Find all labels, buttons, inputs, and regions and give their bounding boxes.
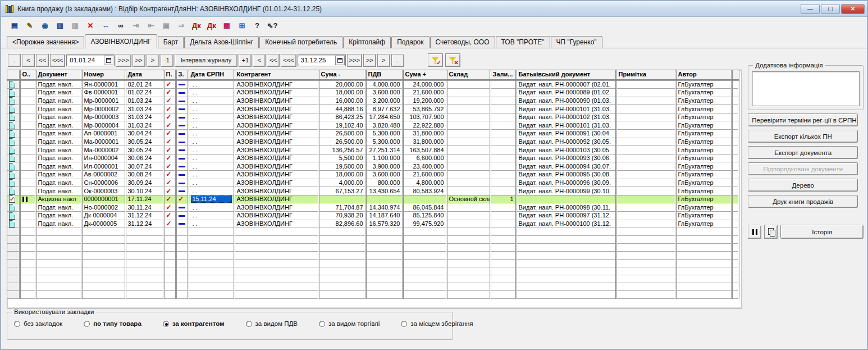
date-nav-button[interactable]: < — [22, 54, 35, 67]
tab-tov-prote[interactable]: ТОВ "ПРОТЕ" — [496, 36, 550, 48]
column-header[interactable]: Номер — [81, 70, 125, 80]
column-width-icon[interactable]: ↔ — [100, 20, 111, 31]
erpn-date-cell[interactable]: . . — [191, 113, 232, 121]
copy-history-button[interactable] — [764, 225, 778, 239]
close-button[interactable]: ✕ — [841, 4, 865, 14]
column-header[interactable]: Склад — [446, 70, 490, 80]
table-row[interactable]: Подат. накл. Ян-0000001 02.01.24 ✓ ✓ . .… — [7, 80, 739, 89]
date-nav-button[interactable]: < — [253, 54, 266, 67]
column-header[interactable]: Документ — [35, 70, 81, 80]
tab-podarok[interactable]: Подарок — [391, 36, 429, 48]
erpn-date-cell[interactable]: . . — [191, 212, 232, 219]
date-nav-button[interactable]: >>> — [116, 54, 131, 67]
erpn-date-cell[interactable]: . . — [191, 81, 232, 88]
print-sales-book-button[interactable]: Друк книги продажів — [748, 195, 858, 208]
erpn-date-cell[interactable]: . . — [191, 130, 232, 137]
table-row[interactable]: Подат. накл. Дк-0000004 31.12.24 ✓ ✓ . .… — [7, 212, 739, 220]
restore-button[interactable]: ▢ — [821, 4, 840, 14]
mark-deletion-icon[interactable]: Дк — [191, 20, 202, 31]
calendar-button[interactable] — [104, 56, 113, 65]
table-row[interactable]: Подат. накл. Ин-0000004 30.06.24 ✓ ✓ . .… — [7, 154, 739, 162]
move-forward-icon[interactable]: ⇥ — [130, 20, 141, 31]
bookmark-mode-radio[interactable]: за місцем зберігання — [401, 320, 473, 327]
column-header[interactable]: Батьківський документ — [516, 70, 616, 80]
erpn-date-cell[interactable]: . . — [191, 106, 232, 113]
column-header[interactable] — [732, 70, 739, 80]
erpn-date-cell[interactable]: 15.11.24 — [191, 196, 232, 203]
new-row-icon[interactable]: ▤ — [9, 20, 20, 31]
table-row[interactable]: Подат. накл. Мр-0000003 31.03.24 ✓ ✓ . .… — [7, 113, 739, 121]
bookmark-mode-radio[interactable]: за видом торгівлі — [319, 320, 380, 327]
subordinate-documents-button[interactable]: Підпорядковані документи — [748, 162, 858, 175]
table-row[interactable]: Подат. накл. Мр-0000002 31.03.24 ✓ ✓ . .… — [7, 105, 739, 113]
tab-delta-azov-shipping[interactable]: Дельта Азов-Шіппінг — [184, 36, 259, 48]
find-icon[interactable]: ∞ — [115, 20, 126, 31]
select-pages-icon[interactable]: ▣ — [161, 20, 172, 31]
table-row[interactable]: Акцизна накл 0000000001 17.11.24 ✓ ✓ 15.… — [7, 195, 739, 203]
bookmark-mode-radio[interactable]: за контрагентом — [163, 320, 225, 327]
date-nav-button[interactable]: <<< — [281, 54, 296, 67]
tab-bart[interactable]: Барт — [158, 36, 184, 48]
erpn-date-cell[interactable]: . . — [191, 147, 232, 154]
table-row[interactable]: Подат. накл. Ма-0000001 30.05.24 ✓ ✓ . .… — [7, 138, 739, 146]
column-header[interactable]: Дата ЄРПН — [188, 70, 234, 80]
column-header[interactable]: Примітка — [616, 70, 675, 80]
column-header[interactable]: З. — [176, 70, 188, 80]
erpn-date-cell[interactable]: . . — [191, 171, 232, 178]
journal-interval-button[interactable]: Інтервал журналу — [175, 54, 238, 67]
column-header[interactable]: Дата — [125, 70, 163, 80]
history-button[interactable]: Історія — [780, 225, 864, 239]
new-window-icon[interactable]: ⊞ — [236, 20, 248, 31]
plus-one-button[interactable]: +1 — [239, 54, 252, 67]
erpn-date-cell[interactable]: . . — [191, 163, 232, 170]
table-row[interactable]: Подат. накл. Мр-0000004 31.03.24 ✓ ✓ . .… — [7, 121, 739, 130]
column-header[interactable]: Сума + — [403, 70, 446, 80]
erpn-date-cell[interactable]: . . — [191, 179, 232, 187]
date-nav-button[interactable]: >>> — [347, 54, 362, 67]
table-row[interactable]: Подат. накл. Дк-0000005 31.12.24 ✓ ✓ . .… — [7, 220, 739, 228]
erpn-date-cell[interactable]: . . — [191, 138, 232, 146]
clear-filter-button[interactable]: ✕ — [445, 53, 460, 67]
bookmark-mode-radio[interactable]: за видом ПДВ — [246, 320, 298, 327]
column-header[interactable]: ПДВ — [366, 70, 403, 80]
column-header[interactable]: П. — [163, 70, 176, 80]
delete-row-icon[interactable]: ✕ — [85, 20, 96, 31]
erpn-date-cell[interactable]: . . — [191, 97, 232, 104]
separator-bars-button[interactable] — [748, 225, 761, 239]
export-several-pn-button[interactable]: Експорт кількох ПН — [748, 130, 858, 143]
date-nav-button[interactable]: << — [267, 54, 280, 67]
table-row[interactable]: Подат. накл. Ап-0000001 30.04.24 ✓ ✓ . .… — [7, 130, 739, 138]
column-header[interactable]: О.. — [20, 70, 35, 80]
date-nav-button[interactable]: << — [36, 54, 49, 67]
interval-icon[interactable]: ▦ — [221, 20, 232, 31]
view-row-icon[interactable]: ◉ — [39, 20, 51, 31]
erpn-date-cell[interactable]: . . — [191, 89, 232, 96]
table-row[interactable]: Подат. накл. Сн-0000006 30.09.24 ✓ ✓ . .… — [7, 179, 739, 187]
erpn-date-cell[interactable]: . . — [191, 122, 232, 129]
date-nav-button[interactable]: > — [147, 54, 159, 67]
date-nav-button[interactable]: <<< — [50, 54, 65, 67]
date-nav-button[interactable]: >> — [133, 54, 145, 67]
table-row[interactable]: Подат. накл. Ил-0000001 30.07.24 ✓ ✓ . .… — [7, 162, 739, 171]
erpn-date-cell[interactable]: . . — [191, 188, 232, 195]
tab-schetovody-ooo[interactable]: Счетоводы, ООО — [430, 36, 495, 48]
table-row[interactable]: Подат. накл. Но-0000002 30.11.24 ✓ ✓ . .… — [7, 203, 739, 212]
check-erpn-terms-button[interactable]: Перевірити терміни рег-ції в ЄРПН — [748, 113, 858, 126]
tree-button[interactable]: Дерево — [748, 179, 858, 192]
set-filter-button[interactable]: ✓ — [428, 53, 443, 67]
date-nav-button[interactable]: . — [8, 54, 21, 67]
tab-kriptolayf[interactable]: Кріптолайф — [343, 36, 391, 48]
minus-one-button[interactable]: -1 — [161, 54, 173, 67]
column-header[interactable]: Автор — [675, 70, 732, 80]
tab-empty-value[interactable]: <Порожне значення> — [7, 36, 84, 48]
edit-row-icon[interactable]: ✎ — [24, 20, 35, 31]
table-row[interactable]: Подат. накл. Ма-0000002 30.05.24 ✓ ✓ . .… — [7, 146, 739, 154]
column-header[interactable] — [7, 70, 20, 80]
context-help-icon[interactable]: ⇖? — [267, 20, 278, 31]
table-row[interactable]: Подат. накл. Ав-0000002 30.08.24 ✓ ✓ . .… — [7, 171, 739, 179]
calendar-button[interactable] — [335, 56, 345, 65]
tab-azovinvholding[interactable]: АЗОВІНВХОЛДИНГ — [85, 34, 157, 48]
minimize-button[interactable]: — — [801, 4, 820, 14]
table-row[interactable]: Подат. накл. Мр-0000001 01.03.24 ✓ ✓ . .… — [7, 97, 739, 105]
date-from-input[interactable] — [67, 57, 104, 63]
